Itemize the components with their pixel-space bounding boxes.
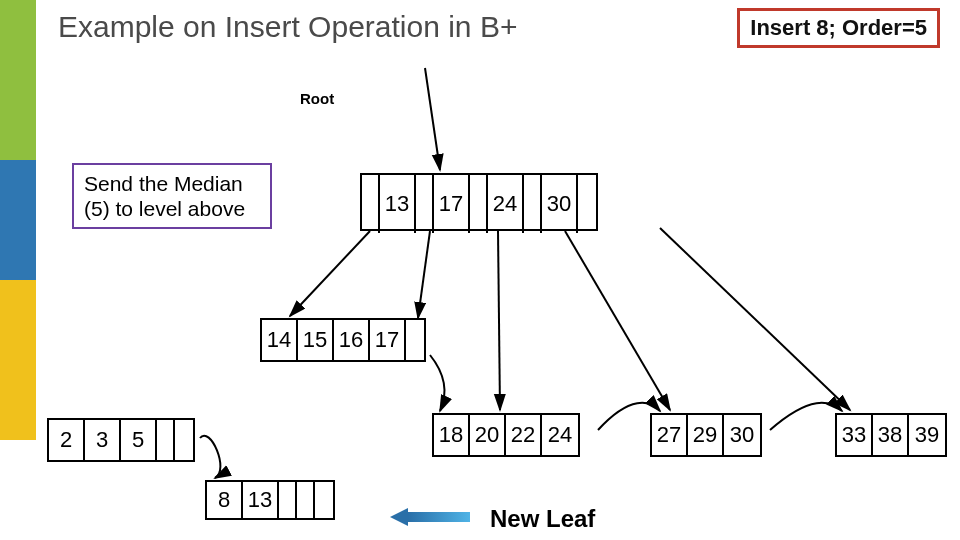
- cell: 24: [488, 175, 524, 233]
- cell: 27: [652, 415, 688, 455]
- new-leaf-label: New Leaf: [490, 505, 595, 533]
- node-root: 13 17 24 30: [360, 173, 598, 231]
- cell: 30: [724, 415, 760, 455]
- svg-line-2: [418, 231, 430, 318]
- root-label: Root: [300, 90, 334, 107]
- cell: [524, 175, 542, 233]
- cell: [297, 482, 315, 518]
- node-8: 8 13: [205, 480, 335, 520]
- cell: 16: [334, 320, 370, 360]
- cell: 15: [298, 320, 334, 360]
- cell: [175, 420, 193, 460]
- cell: 8: [207, 482, 243, 518]
- stripe-blue: [0, 160, 36, 280]
- arrow-new-leaf: [390, 508, 470, 526]
- insert-op-box: Insert 8; Order=5: [737, 8, 940, 48]
- callout-median: Send the Median (5) to level above: [72, 163, 272, 229]
- cell: [362, 175, 380, 233]
- cell: 17: [434, 175, 470, 233]
- cell: 13: [380, 175, 416, 233]
- cell: 3: [85, 420, 121, 460]
- node-18: 18 20 22 24: [432, 413, 580, 457]
- cell: [406, 320, 424, 360]
- cell: [416, 175, 434, 233]
- stripe-green: [0, 0, 36, 160]
- cell: 29: [688, 415, 724, 455]
- cell: [470, 175, 488, 233]
- cell: 14: [262, 320, 298, 360]
- cell: 18: [434, 415, 470, 455]
- cell: 13: [243, 482, 279, 518]
- cell: 5: [121, 420, 157, 460]
- svg-line-5: [660, 228, 850, 410]
- cell: 30: [542, 175, 578, 233]
- cell: 2: [49, 420, 85, 460]
- cell: [578, 175, 596, 233]
- node-33: 33 38 39: [835, 413, 947, 457]
- node-27: 27 29 30: [650, 413, 762, 457]
- svg-line-0: [425, 68, 440, 170]
- cell: 38: [873, 415, 909, 455]
- cell: 39: [909, 415, 945, 455]
- stripe-white: [0, 440, 36, 540]
- svg-line-1: [290, 231, 370, 316]
- cell: 20: [470, 415, 506, 455]
- node-14: 14 15 16 17: [260, 318, 426, 362]
- stripe-yellow: [0, 280, 36, 440]
- cell: 22: [506, 415, 542, 455]
- svg-line-3: [498, 231, 500, 410]
- cell: [279, 482, 297, 518]
- cell: [157, 420, 175, 460]
- slide-title: Example on Insert Operation in B+: [58, 10, 517, 44]
- node-2: 2 3 5: [47, 418, 195, 462]
- cell: [315, 482, 333, 518]
- cell: 33: [837, 415, 873, 455]
- svg-line-4: [565, 231, 670, 410]
- cell: 17: [370, 320, 406, 360]
- cell: 24: [542, 415, 578, 455]
